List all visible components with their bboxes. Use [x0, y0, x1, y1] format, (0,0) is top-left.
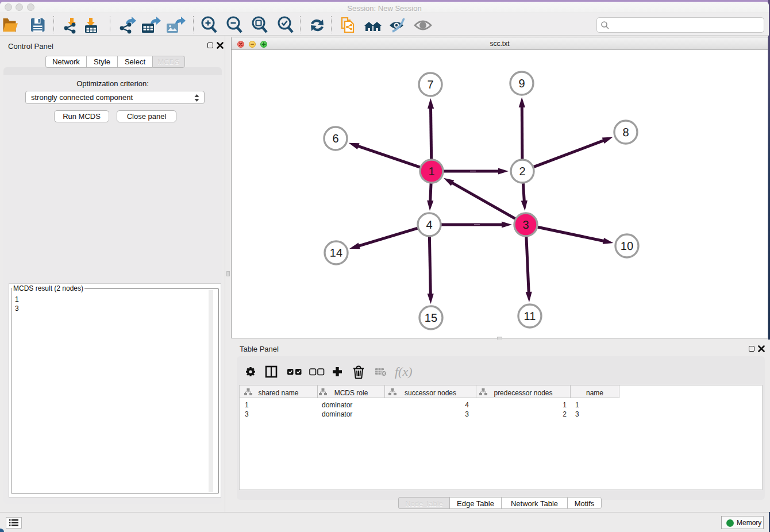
- svg-text:9: 9: [519, 77, 525, 90]
- svg-text:1: 1: [428, 165, 434, 178]
- svg-text:8: 8: [622, 126, 629, 138]
- svg-text:14: 14: [330, 246, 342, 259]
- svg-text:4: 4: [426, 218, 432, 231]
- svg-text:6: 6: [332, 132, 338, 145]
- svg-text:7: 7: [428, 78, 434, 91]
- svg-text:11: 11: [524, 310, 536, 322]
- svg-text:3: 3: [522, 218, 529, 231]
- svg-text:f(x): f(x): [395, 364, 413, 379]
- svg-text:2: 2: [519, 165, 525, 178]
- svg-text:15: 15: [425, 311, 437, 324]
- svg-text:10: 10: [621, 240, 633, 252]
